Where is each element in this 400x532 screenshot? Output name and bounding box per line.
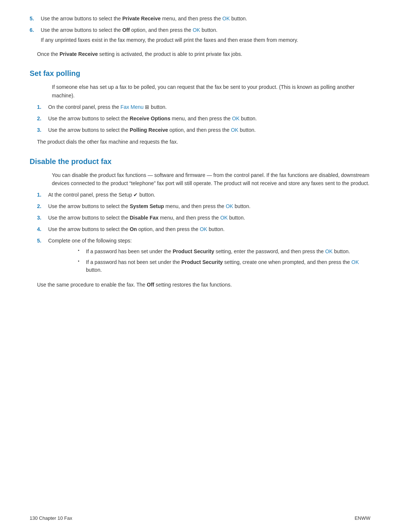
set-fax-polling-steps: 1. On the control panel, press the Fax M… <box>37 103 370 134</box>
ok-link[interactable]: OK <box>222 16 230 21</box>
polling-step-2: 2. Use the arrow buttons to select the R… <box>37 115 370 123</box>
ok-link[interactable]: OK <box>325 248 333 254</box>
disable-step-number-4: 4. <box>37 225 48 233</box>
polling-step-3: 3. Use the arrow buttons to select the P… <box>37 126 370 134</box>
footer-left: 130 Chapter 10 Fax <box>30 515 72 521</box>
disable-product-fax-intro: You can disable the product fax function… <box>52 171 370 188</box>
disable-step-number-2: 2. <box>37 203 48 210</box>
polling-step-number-3: 3. <box>37 126 48 134</box>
bullet-content-2: If a password has not been set under the… <box>86 258 370 274</box>
page-footer: 130 Chapter 10 Fax ENWW <box>30 515 370 521</box>
disable-product-fax-section: Disable the product fax You can disable … <box>30 157 370 289</box>
disable-step-3: 3. Use the arrow buttons to select the D… <box>37 214 370 222</box>
disable-fax-footer-note: Use the same procedure to enable the fax… <box>37 281 370 289</box>
set-fax-polling-heading: Set fax polling <box>30 69 370 78</box>
disable-product-fax-heading: Disable the product fax <box>30 157 370 166</box>
polling-step-1: 1. On the control panel, press the Fax M… <box>37 103 370 111</box>
disable-step-content-1: At the control panel, press the Setup ✔ … <box>48 191 370 199</box>
set-fax-polling-section: Set fax polling If someone else has set … <box>30 69 370 146</box>
ok-link[interactable]: OK <box>220 215 228 221</box>
disable-step-5: 5. Complete one of the following steps: … <box>37 237 370 277</box>
footer-right: ENWW <box>354 515 370 521</box>
polling-step-number-1: 1. <box>37 103 48 111</box>
page-content: 5. Use the arrow buttons to select the P… <box>30 15 370 289</box>
bullet-dot-1: ● <box>78 248 84 252</box>
step-content-5: Use the arrow buttons to select the Priv… <box>41 15 370 23</box>
ok-link[interactable]: OK <box>200 226 207 232</box>
step-number-6: 6. <box>30 26 41 44</box>
polling-step-content-3: Use the arrow buttons to select the Poll… <box>48 126 370 134</box>
bullet-item-1: ● If a password has been set under the P… <box>78 248 370 255</box>
step-item-5: 5. Use the arrow buttons to select the P… <box>30 15 370 23</box>
polling-step-content-1: On the control panel, press the Fax Menu… <box>48 103 370 111</box>
fax-menu-link[interactable]: Fax Menu <box>120 104 143 110</box>
polling-step-content-2: Use the arrow buttons to select the Rece… <box>48 115 370 123</box>
step-6-note: If any unprinted faxes exist in the fax … <box>41 36 370 44</box>
disable-step-content-3: Use the arrow buttons to select the Disa… <box>48 214 370 222</box>
bullet-content-1: If a password has been set under the Pro… <box>86 248 370 255</box>
top-steps-section: 5. Use the arrow buttons to select the P… <box>30 15 370 44</box>
disable-step-content-5: Complete one of the following steps: ● I… <box>48 237 370 277</box>
polling-step-number-2: 2. <box>37 115 48 123</box>
ok-link[interactable]: OK <box>351 259 359 265</box>
disable-step-number-3: 3. <box>37 214 48 222</box>
disable-step-2: 2. Use the arrow buttons to select the S… <box>37 203 370 210</box>
set-fax-polling-intro: If someone else has set up a fax to be p… <box>52 83 370 100</box>
disable-step-content-2: Use the arrow buttons to select the Syst… <box>48 203 370 210</box>
disable-step-number-1: 1. <box>37 191 48 199</box>
once-para: Once the Private Receive setting is acti… <box>37 50 370 58</box>
ok-link[interactable]: OK <box>226 203 233 209</box>
bullet-item-2: ● If a password has not been set under t… <box>78 258 370 274</box>
step-number-5: 5. <box>30 15 41 23</box>
disable-bullet-list: ● If a password has been set under the P… <box>78 248 370 274</box>
disable-step-number-5: 5. <box>37 237 48 277</box>
ok-link[interactable]: OK <box>193 27 200 33</box>
disable-step-4: 4. Use the arrow buttons to select the O… <box>37 225 370 233</box>
ok-link[interactable]: OK <box>231 127 238 133</box>
ok-link[interactable]: OK <box>232 116 240 121</box>
step-content-6: Use the arrow buttons to select the Off … <box>41 26 370 44</box>
disable-fax-steps: 1. At the control panel, press the Setup… <box>37 191 370 277</box>
disable-step-1: 1. At the control panel, press the Setup… <box>37 191 370 199</box>
bullet-dot-2: ● <box>78 259 84 263</box>
step-item-6: 6. Use the arrow buttons to select the O… <box>30 26 370 44</box>
polling-summary: The product dials the other fax machine … <box>37 138 370 146</box>
disable-step-content-4: Use the arrow buttons to select the On o… <box>48 225 370 233</box>
